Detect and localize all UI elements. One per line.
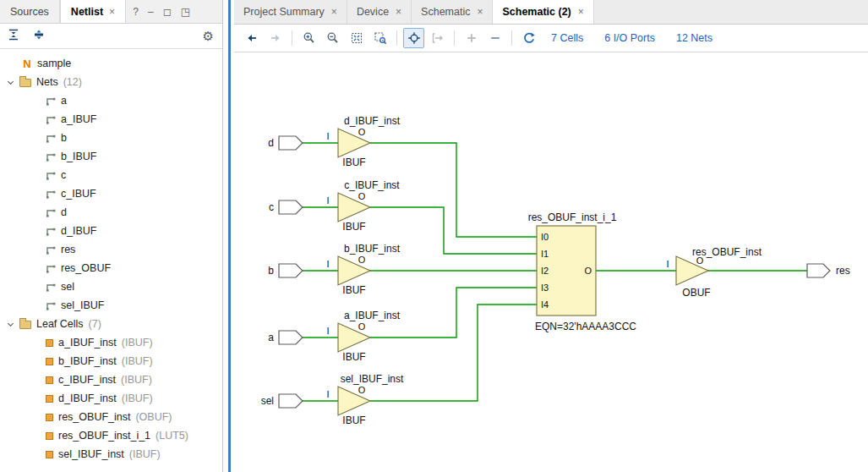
net-label: b_IBUF bbox=[61, 151, 96, 162]
net-icon bbox=[46, 226, 56, 236]
lut5-gate[interactable]: res_OBUF_inst_i_1 I0 I1 I2 I3 I4 O EQN=3… bbox=[528, 211, 637, 332]
chevron-down-icon[interactable] bbox=[8, 320, 14, 326]
net-item[interactable]: c_IBUF bbox=[0, 184, 222, 203]
net-label: res bbox=[61, 244, 75, 255]
ibuf-gate-d[interactable]: I O d_IBUF_inst IBUF bbox=[326, 115, 400, 168]
net-item[interactable]: res_OBUF bbox=[0, 259, 222, 277]
collapse-all-icon[interactable] bbox=[7, 28, 20, 44]
tab-schematic-2[interactable]: Schematic (2) × bbox=[493, 0, 593, 24]
help-icon[interactable]: ? bbox=[133, 6, 139, 18]
net-label: d_IBUF bbox=[61, 225, 96, 237]
input-port-a[interactable]: a bbox=[268, 331, 303, 344]
cell-item[interactable]: sel_IBUF_inst(IBUF) bbox=[0, 445, 222, 464]
zoom-selection-icon[interactable] bbox=[369, 28, 390, 48]
port-label: b bbox=[268, 265, 274, 277]
back-arrow-icon[interactable] bbox=[241, 28, 262, 48]
zoom-in-icon[interactable] bbox=[298, 28, 319, 48]
net-item[interactable]: a_IBUF bbox=[0, 110, 222, 129]
net-item[interactable]: b_IBUF bbox=[0, 147, 222, 166]
input-port-b[interactable]: b bbox=[268, 264, 303, 277]
net-label: a_IBUF bbox=[61, 113, 96, 125]
net-item[interactable]: sel_IBUF bbox=[0, 296, 222, 315]
cell-item[interactable]: b_IBUF_inst(IBUF) bbox=[0, 352, 222, 370]
pin-label-i0: I0 bbox=[541, 232, 549, 242]
float-icon[interactable]: ◻ bbox=[163, 6, 172, 18]
chevron-down-icon[interactable] bbox=[8, 78, 14, 84]
tab-netlist[interactable]: Netlist × bbox=[60, 0, 126, 23]
instance-label: c_IBUF_inst bbox=[344, 179, 400, 191]
tree-group-nets[interactable]: Nets (12) bbox=[0, 73, 222, 91]
collapse-minus-icon[interactable] bbox=[484, 28, 505, 48]
close-icon[interactable]: × bbox=[396, 6, 401, 18]
close-icon[interactable]: × bbox=[578, 6, 584, 18]
expand-cone-icon[interactable] bbox=[427, 28, 448, 48]
ibuf-gate-sel[interactable]: I O sel_IBUF_inst IBUF bbox=[326, 373, 404, 426]
minimize-icon[interactable]: – bbox=[148, 6, 154, 18]
net-item[interactable]: res bbox=[0, 240, 222, 259]
obuf-gate[interactable]: I O res_OBUF_inst OBUF bbox=[666, 246, 762, 299]
settings-gear-icon[interactable]: ⚙ bbox=[203, 30, 214, 42]
netlist-design-icon: N bbox=[22, 58, 32, 70]
tab-project-summary[interactable]: Project Summary × bbox=[234, 0, 347, 24]
input-port-d[interactable]: d bbox=[268, 136, 303, 150]
cell-type: (IBUF) bbox=[122, 392, 153, 404]
instance-label: a_IBUF_inst bbox=[344, 310, 401, 321]
cell-type-label: IBUF bbox=[342, 221, 365, 233]
tab-device[interactable]: Device × bbox=[347, 0, 412, 24]
nets-count-link[interactable]: 12 Nets bbox=[676, 32, 712, 44]
net-item[interactable]: sel bbox=[0, 277, 222, 296]
pin-label-i3: I3 bbox=[541, 283, 549, 293]
net-item[interactable]: c bbox=[0, 166, 222, 184]
schematic-canvas[interactable]: d c b a sel I O bbox=[234, 52, 868, 472]
ibuf-gate-c[interactable]: I O c_IBUF_inst IBUF bbox=[326, 179, 400, 233]
cell-type-label: IBUF bbox=[342, 351, 365, 363]
net-item[interactable]: a bbox=[0, 91, 222, 110]
cell-item[interactable]: res_OBUF_inst(OBUF) bbox=[0, 408, 222, 426]
ibuf-gate-b[interactable]: I O b_IBUF_inst IBUF bbox=[326, 243, 400, 296]
output-port-res[interactable]: res bbox=[807, 264, 850, 277]
zoom-fit-icon[interactable] bbox=[346, 28, 367, 48]
pin-label-in: I bbox=[326, 389, 329, 399]
close-icon[interactable]: × bbox=[109, 6, 115, 18]
instance-label: b_IBUF_inst bbox=[344, 243, 401, 255]
close-icon[interactable]: × bbox=[331, 6, 337, 18]
input-port-c[interactable]: c bbox=[269, 200, 303, 214]
instance-label: sel_IBUF_inst bbox=[341, 373, 404, 385]
tab-sources[interactable]: Sources bbox=[0, 0, 60, 23]
zoom-out-icon[interactable] bbox=[322, 28, 343, 48]
instance-label: res_OBUF_inst bbox=[692, 246, 762, 258]
expand-all-icon[interactable] bbox=[32, 28, 46, 44]
tree-group-leaf-cells[interactable]: Leaf Cells (7) bbox=[0, 315, 222, 333]
ibuf-gate-a[interactable]: I O a_IBUF_inst IBUF bbox=[326, 310, 400, 363]
cell-item[interactable]: c_IBUF_inst(IBUF) bbox=[0, 370, 222, 389]
folder-icon bbox=[19, 321, 31, 329]
cell-icon bbox=[46, 414, 53, 421]
regenerate-refresh-icon[interactable] bbox=[518, 28, 539, 48]
net-item[interactable]: d bbox=[0, 203, 222, 222]
forward-arrow-icon[interactable] bbox=[265, 28, 286, 48]
cells-count-link[interactable]: 7 Cells bbox=[551, 32, 583, 44]
cell-item[interactable]: res_OBUF_inst_i_1(LUT5) bbox=[0, 426, 222, 445]
pin-label-in: I bbox=[326, 195, 329, 206]
cell-item[interactable]: a_IBUF_inst(IBUF) bbox=[0, 333, 222, 352]
close-icon[interactable]: × bbox=[477, 6, 483, 18]
io-ports-count-link[interactable]: 6 I/O Ports bbox=[604, 32, 655, 44]
net-item[interactable]: b bbox=[0, 129, 222, 147]
cell-type-label: IBUF bbox=[342, 414, 365, 426]
net-icon bbox=[46, 114, 56, 124]
net-label: d bbox=[61, 206, 67, 218]
pin-label-out: O bbox=[358, 255, 366, 265]
input-port-sel[interactable]: sel bbox=[261, 394, 303, 408]
expand-plus-icon[interactable] bbox=[461, 28, 482, 48]
maximize-icon[interactable]: ◳ bbox=[181, 6, 190, 18]
cell-type-label: IBUF bbox=[342, 284, 365, 296]
net-icon bbox=[46, 282, 56, 292]
tab-schematic[interactable]: Schematic × bbox=[412, 0, 493, 24]
tree-root-sample[interactable]: N sample bbox=[0, 54, 222, 73]
pin-label-in: I bbox=[326, 259, 329, 269]
panel-splitter[interactable] bbox=[228, 0, 231, 472]
net-label: sel_IBUF bbox=[61, 299, 104, 311]
net-item[interactable]: d_IBUF bbox=[0, 222, 222, 240]
cell-item[interactable]: d_IBUF_inst(IBUF) bbox=[0, 389, 222, 408]
autofit-selection-icon[interactable] bbox=[403, 28, 424, 48]
